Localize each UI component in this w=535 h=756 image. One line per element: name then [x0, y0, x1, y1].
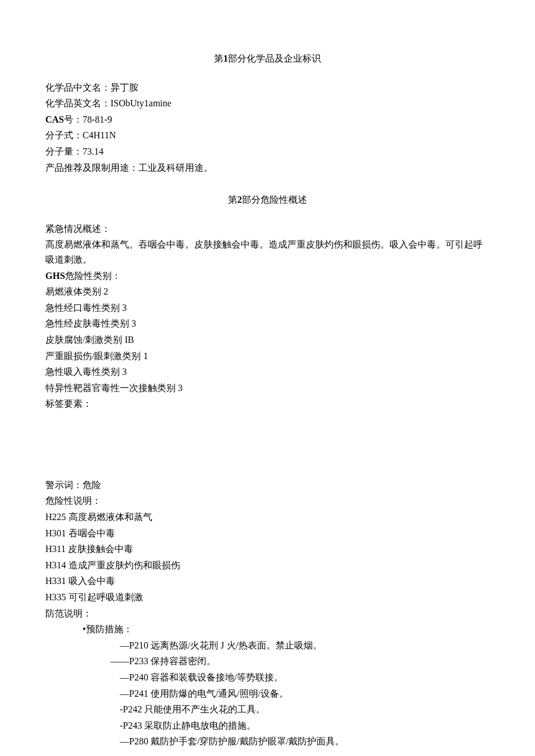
precaution-item: -P243 采取防止静电放电的措施。: [45, 718, 490, 733]
label: 分子量：: [45, 146, 83, 156]
precaution-item: —P210 远离热源/火花刑 J 火/热表面。禁止吸烟。: [45, 638, 490, 653]
hazard-statement: H331 吸入会中毒: [45, 574, 490, 589]
ghs-category-label: GHS危险性类别：: [45, 268, 490, 284]
signal-word: 警示词：危险: [45, 478, 490, 493]
ghs-bold: GHS: [45, 271, 65, 281]
label-mid: 号：: [64, 114, 83, 124]
hazard-statement-label: 危险性说明：: [45, 493, 490, 508]
value: 73.14: [83, 146, 104, 156]
usage: 产品推荐及限制用途：工业及科研用途。: [45, 160, 490, 175]
category-item: 特异性靶器官毒性一次接触类别 3: [45, 381, 490, 396]
label-elements: 标签要素：: [45, 396, 490, 411]
formula: 分子式：C4H11N: [45, 128, 490, 143]
value: C4H11N: [83, 130, 116, 140]
label: 化学品中文名：: [45, 83, 110, 92]
hazard-statement: H314 造成严重皮肤灼伤和眼损伤: [45, 558, 490, 573]
category-item: 急性经口毒性类别 3: [45, 300, 490, 316]
title-prefix: 第: [228, 195, 237, 205]
hazard-statement: H335 可引起呼吸道刺激: [45, 590, 490, 605]
ghs-rest: 危险性类别：: [65, 271, 121, 281]
value: 78-81-9: [83, 114, 112, 124]
emergency-desc: 高度易燃液体和蒸气。吞咽会中毒。皮肤接触会中毒。造成严重皮肤灼伤和眼损伤。吸入会…: [45, 237, 490, 267]
title-suffix: 部分化学品及企业标识: [228, 53, 321, 63]
precaution-item: —P280 戴防护手套/穿防护服/戴防护眼罩/戴防护面具。: [45, 734, 490, 749]
emergency-label: 紧急情况概述：: [45, 221, 490, 237]
cas-number: CAS号：78-81-9: [45, 112, 490, 127]
chem-name-en: 化学品英文名：ISObUty1amine: [45, 96, 490, 111]
category-item: 严重眼损伤/眼刺激类别 1: [45, 349, 490, 364]
title-suffix: 部分危险性概述: [242, 195, 307, 205]
category-item: 易燃液体类别 2: [45, 284, 490, 299]
hazard-statement: H225 高度易燃液体和蒸气: [45, 510, 490, 525]
precaution-item: -P242 只能使用不产生火花的工具。: [45, 702, 490, 717]
mol-weight: 分子量：73.14: [45, 144, 490, 159]
category-item: 急性吸入毒性类别 3: [45, 364, 490, 379]
label-bold: CAS: [45, 114, 64, 124]
precaution-label: 防范说明：: [45, 606, 490, 621]
hazard-statement: H301 吞咽会中毒: [45, 526, 490, 541]
prevention-label: •预防措施：: [45, 622, 490, 637]
category-item: 皮肤腐蚀/刺激类别 IB: [45, 332, 490, 347]
title-num: 2: [237, 195, 242, 205]
chem-name-cn: 化学品中文名：异丁胺: [45, 80, 490, 95]
label: 化学品英文名：: [45, 98, 110, 108]
value: 异丁胺: [110, 83, 138, 92]
hazard-statement: H311 皮肤接触会中毒: [45, 542, 490, 557]
title-prefix: 第: [214, 53, 223, 63]
value: ISObUty1amine: [110, 98, 172, 108]
title-num: 1: [223, 53, 228, 63]
precaution-item: —P241 使用防爆的电气/通风/照明/设备。: [45, 686, 490, 701]
precaution-item: —P240 容器和装载设备接地/等势联接。: [45, 670, 490, 685]
category-item: 急性经皮肤毒性类别 3: [45, 316, 490, 331]
precaution-item: ——P233 保持容器密闭。: [45, 654, 490, 669]
section-1-title: 第1部分化学品及企业标识: [45, 51, 490, 66]
section-2-title: 第2部分危险性概述: [45, 192, 490, 207]
label: 分子式：: [45, 130, 83, 140]
